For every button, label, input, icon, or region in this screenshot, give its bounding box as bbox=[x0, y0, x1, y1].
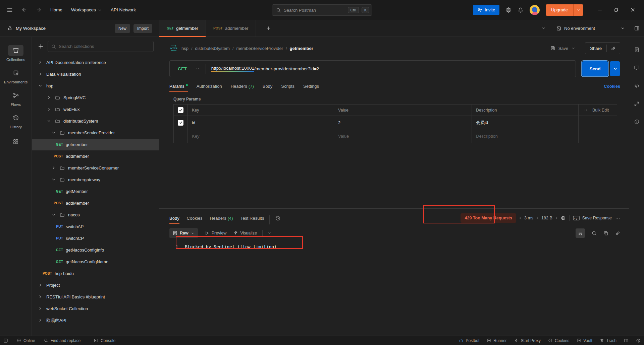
tree-request-getNacosConfigName[interactable]: GETgetNacosConfigName bbox=[32, 256, 159, 268]
tree-collection-hsp[interactable]: hsp bbox=[32, 80, 159, 92]
tree-collection-Project[interactable]: Project bbox=[32, 279, 159, 291]
find-and-replace-button[interactable]: Find and replace bbox=[44, 338, 80, 343]
documentation-icon[interactable] bbox=[634, 47, 640, 53]
panel-toggle-icon[interactable] bbox=[624, 338, 629, 343]
nav-api-network[interactable]: API Network bbox=[111, 7, 136, 12]
response-time[interactable]: 3 ms bbox=[524, 216, 533, 220]
global-search-input[interactable]: Search Postman Ctrl K bbox=[272, 4, 372, 16]
forward-arrow-icon[interactable] bbox=[36, 7, 42, 13]
add-collection-plus-icon[interactable] bbox=[38, 44, 44, 49]
response-tab-test-results[interactable]: Test Results bbox=[240, 216, 264, 224]
globe-icon[interactable] bbox=[560, 215, 566, 221]
method-selector[interactable]: GET bbox=[170, 66, 206, 71]
invite-button[interactable]: Invite bbox=[473, 5, 499, 15]
hamburger-menu-icon[interactable] bbox=[7, 7, 13, 13]
wrap-text-button[interactable] bbox=[576, 228, 585, 238]
notifications-bell-icon[interactable] bbox=[518, 7, 524, 13]
sidebar-item-history[interactable]: History bbox=[8, 112, 23, 129]
window-minimize-button[interactable] bbox=[597, 7, 602, 12]
param-key-cell[interactable]: id bbox=[188, 116, 334, 129]
settings-gear-icon[interactable] bbox=[505, 7, 512, 13]
expand-arrows-icon[interactable] bbox=[634, 101, 639, 107]
tree-request-switchAP[interactable]: PUTswitchAP bbox=[32, 221, 159, 232]
preview-button[interactable]: Preview bbox=[205, 231, 226, 235]
console-button[interactable]: Console bbox=[94, 338, 115, 343]
comments-icon[interactable] bbox=[634, 65, 640, 71]
bulk-edit-button[interactable]: Bulk Edit bbox=[579, 105, 617, 116]
open-tab-getmember[interactable]: GETgetmember bbox=[159, 20, 206, 37]
tree-request-hsp-baidu[interactable]: POSThsp-baidu bbox=[32, 268, 159, 279]
param-description-cell[interactable]: 会员id bbox=[472, 116, 579, 129]
sidebar-item-environments[interactable]: Environments bbox=[4, 67, 28, 84]
response-history-clock-icon[interactable] bbox=[269, 215, 281, 224]
send-button[interactable]: Send bbox=[582, 61, 608, 76]
row-checkbox[interactable] bbox=[178, 120, 183, 126]
response-tab-body[interactable]: Body bbox=[169, 216, 179, 224]
tree-folder-webFlux[interactable]: webFlux bbox=[32, 104, 159, 115]
open-tab-addmember[interactable]: POSTaddmember bbox=[206, 20, 256, 37]
copy-response-icon[interactable] bbox=[603, 231, 608, 236]
tree-folder-distributedSystem[interactable]: distributedSystem bbox=[32, 115, 159, 127]
workspace-title[interactable]: My Workspace bbox=[16, 26, 46, 31]
environment-selector[interactable]: No environment bbox=[552, 20, 629, 37]
nav-home[interactable]: Home bbox=[50, 7, 62, 12]
sidebar-item-flows[interactable]: Flows bbox=[8, 90, 23, 107]
tree-collection-Data Visualization[interactable]: Data Visualization bbox=[32, 68, 159, 80]
tree-request-switchCP[interactable]: PUTswitchCP bbox=[32, 232, 159, 244]
response-size[interactable]: 182 B bbox=[541, 216, 552, 220]
cookies-button[interactable]: Cookies bbox=[548, 338, 569, 343]
response-more-icon[interactable] bbox=[615, 216, 620, 221]
tab-authorization[interactable]: Authorization bbox=[197, 84, 222, 92]
tab-params[interactable]: Params bbox=[169, 84, 188, 92]
upgrade-button[interactable]: Upgrade bbox=[546, 4, 583, 16]
online-status[interactable]: Online bbox=[17, 338, 35, 343]
vault-button[interactable]: Vault bbox=[577, 338, 592, 343]
cookies-link[interactable]: Cookies bbox=[604, 84, 620, 92]
link-response-icon[interactable] bbox=[615, 231, 620, 236]
search-response-icon[interactable] bbox=[592, 231, 597, 236]
tree-folder-membergateway[interactable]: membergateway bbox=[32, 174, 159, 186]
tree-folder-memberServiceProvider[interactable]: memberServiceProvider bbox=[32, 127, 159, 139]
save-button[interactable]: Save bbox=[550, 46, 581, 51]
tree-request-getmember[interactable]: GETgetmember bbox=[32, 139, 159, 150]
view-modes-chevron-icon[interactable] bbox=[267, 231, 271, 235]
save-response-button[interactable]: e.g. Save Response bbox=[573, 216, 612, 220]
tree-collection-RESTful API Basics #blueprint[interactable]: RESTful API Basics #blueprint bbox=[32, 291, 159, 303]
tree-folder-memberServiceConsumer[interactable]: memberServiceConsumer bbox=[32, 162, 159, 174]
back-arrow-icon[interactable] bbox=[21, 7, 27, 13]
more-tools-grid-icon[interactable] bbox=[13, 139, 19, 145]
tree-collection-API Documentation #reference[interactable]: API Documentation #reference bbox=[32, 57, 159, 68]
tree-collection-webSocket Collection[interactable]: webSocket Collection bbox=[32, 303, 159, 315]
response-tab-cookies[interactable]: Cookies bbox=[187, 216, 203, 224]
environment-quicklook-icon[interactable] bbox=[629, 20, 644, 37]
send-options-chevron-icon[interactable] bbox=[610, 61, 620, 76]
tree-folder-SpringMVC[interactable]: SpringMVC bbox=[32, 92, 159, 104]
tab-headers[interactable]: Headers(7) bbox=[231, 84, 254, 92]
tab-scripts[interactable]: Scripts bbox=[281, 84, 294, 92]
start-proxy-button[interactable]: Start Proxy bbox=[514, 338, 541, 343]
visualize-button[interactable]: Visualize bbox=[233, 231, 257, 235]
chevron-down-icon[interactable] bbox=[571, 46, 575, 50]
new-tab-button[interactable] bbox=[260, 20, 277, 37]
tree-collection-欧易的API[interactable]: 欧易的API bbox=[32, 315, 159, 326]
code-snippet-icon[interactable] bbox=[634, 83, 640, 89]
tab-settings[interactable]: Settings bbox=[303, 84, 319, 92]
new-button[interactable]: New bbox=[115, 24, 130, 33]
workspace-grid-icon[interactable] bbox=[3, 338, 8, 343]
tab-options-chevron-icon[interactable] bbox=[541, 20, 552, 37]
tree-request-getNacosConfigInfo[interactable]: GETgetNacosConfigInfo bbox=[32, 244, 159, 256]
import-button[interactable]: Import bbox=[133, 24, 152, 33]
tab-body[interactable]: Body bbox=[263, 84, 273, 92]
window-maximize-button[interactable] bbox=[614, 7, 619, 12]
url-input[interactable]: http://localhost:10001/member-provider/m… bbox=[206, 64, 576, 74]
share-link-icon[interactable] bbox=[606, 45, 620, 52]
info-icon[interactable] bbox=[634, 119, 640, 125]
sidebar-item-collections[interactable]: Collections bbox=[6, 45, 25, 62]
tree-request-addMember[interactable]: POSTaddMember bbox=[32, 197, 159, 209]
trash-button[interactable]: Trash bbox=[600, 338, 616, 343]
response-tab-headers[interactable]: Headers(4) bbox=[210, 216, 233, 224]
body-format-dropdown[interactable]: Raw bbox=[169, 228, 198, 238]
search-collections-input[interactable]: Search collections bbox=[48, 41, 154, 52]
upgrade-chevron-icon[interactable] bbox=[573, 4, 583, 16]
runner-button[interactable]: Runner bbox=[487, 338, 506, 343]
